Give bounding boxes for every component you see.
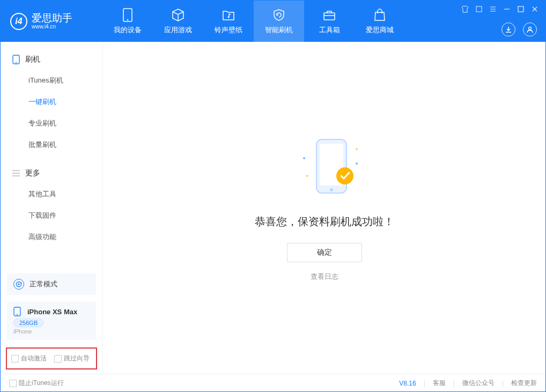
svg-rect-3 xyxy=(324,13,335,20)
status-link-support[interactable]: 客服 xyxy=(433,379,446,388)
section-title: 刷机 xyxy=(25,55,40,64)
sidebar-section-flash: 刷机 iTunes刷机 一键刷机 专业刷机 批量刷机 xyxy=(1,42,102,156)
list-icon xyxy=(12,169,20,177)
svg-point-1 xyxy=(127,19,128,20)
view-log-link[interactable]: 查看日志 xyxy=(311,272,338,282)
app-body: 刷机 iTunes刷机 一键刷机 专业刷机 批量刷机 更多 其他工具 下载固件 … xyxy=(1,42,545,374)
checkbox-skip-guide[interactable]: 跳过向导 xyxy=(54,354,90,363)
svg-point-19 xyxy=(356,162,358,165)
separator: | xyxy=(453,380,455,387)
tab-smart-flash[interactable]: 智能刷机 xyxy=(254,1,304,42)
sidebar-item-batch-flash[interactable]: 批量刷机 xyxy=(1,134,102,156)
device-name-row: iPhone XS Max xyxy=(13,307,90,316)
sidebar-item-other-tools[interactable]: 其他工具 xyxy=(1,183,102,205)
app-subtitle: www.i4.cn xyxy=(32,24,72,29)
mode-icon xyxy=(13,279,24,290)
rect-icon[interactable] xyxy=(475,5,483,13)
checkbox-auto-activate[interactable]: 自动激活 xyxy=(11,354,47,363)
svg-point-11 xyxy=(18,284,20,285)
cube-icon xyxy=(171,8,185,22)
svg-point-2 xyxy=(228,16,230,18)
logo-text: 爱思助手 www.i4.cn xyxy=(32,13,72,30)
tab-label: 应用游戏 xyxy=(164,25,192,35)
highlighted-options-box: 自动激活 跳过向导 xyxy=(6,347,97,369)
sidebar-item-oneclick-flash[interactable]: 一键刷机 xyxy=(1,91,102,113)
success-message: 恭喜您，保资料刷机成功啦！ xyxy=(255,215,394,229)
mode-box[interactable]: 正常模式 xyxy=(7,273,96,295)
tab-label: 工具箱 xyxy=(319,25,340,35)
minimize-button[interactable] xyxy=(503,5,511,13)
svg-point-17 xyxy=(336,167,353,184)
tshirt-icon[interactable] xyxy=(461,5,469,13)
maximize-button[interactable] xyxy=(517,5,525,13)
svg-point-16 xyxy=(330,188,333,191)
svg-rect-4 xyxy=(476,6,482,12)
main-content: 恭喜您，保资料刷机成功啦！ 确定 查看日志 xyxy=(103,42,545,374)
app-header: i4 爱思助手 www.i4.cn 我的设备 应用游戏 铃声壁纸 xyxy=(1,1,545,42)
sidebar-section-head: 刷机 xyxy=(1,49,102,70)
sidebar-section-more: 更多 其他工具 下载固件 高级功能 xyxy=(1,156,102,248)
tab-label: 爱思商城 xyxy=(366,25,394,35)
device-type: iPhone xyxy=(13,328,90,335)
svg-point-13 xyxy=(17,314,18,315)
logo-icon: i4 xyxy=(10,13,27,30)
svg-point-9 xyxy=(16,62,17,63)
status-right: V8.16 | 客服 | 微信公众号 | 检查更新 xyxy=(399,379,537,388)
header-action-buttons xyxy=(501,23,537,36)
app-title: 爱思助手 xyxy=(32,13,72,24)
sidebar: 刷机 iTunes刷机 一键刷机 专业刷机 批量刷机 更多 其他工具 下载固件 … xyxy=(1,42,103,374)
checkbox-label: 跳过向导 xyxy=(64,354,90,363)
ok-button[interactable]: 确定 xyxy=(287,243,362,262)
success-illustration xyxy=(287,134,362,204)
sidebar-item-download-firmware[interactable]: 下载固件 xyxy=(1,205,102,226)
device-storage-badge: 256GB xyxy=(13,319,43,327)
tab-toolbox[interactable]: 工具箱 xyxy=(304,1,355,42)
device-box[interactable]: iPhone XS Max 256GB iPhone xyxy=(7,301,96,340)
status-link-update[interactable]: 检查更新 xyxy=(511,379,537,388)
toolbox-icon xyxy=(322,8,336,22)
sidebar-item-advanced[interactable]: 高级功能 xyxy=(1,226,102,248)
sidebar-item-itunes-flash[interactable]: iTunes刷机 xyxy=(1,70,102,91)
phone-icon xyxy=(13,307,23,316)
sidebar-item-pro-flash[interactable]: 专业刷机 xyxy=(1,113,102,134)
separator: | xyxy=(502,380,504,387)
tab-my-device[interactable]: 我的设备 xyxy=(102,1,153,42)
download-button[interactable] xyxy=(501,23,515,36)
section-title: 更多 xyxy=(25,168,40,178)
svg-point-18 xyxy=(306,175,308,177)
tab-label: 铃声壁纸 xyxy=(215,25,242,35)
tab-label: 我的设备 xyxy=(114,25,142,35)
checkbox-icon xyxy=(11,355,19,363)
refresh-shield-icon xyxy=(272,8,286,22)
logo-area: i4 爱思助手 www.i4.cn xyxy=(1,13,102,30)
separator: | xyxy=(424,380,425,387)
checkbox-icon xyxy=(54,355,62,363)
user-button[interactable] xyxy=(523,23,537,36)
svg-point-7 xyxy=(529,27,532,30)
menu-icon[interactable] xyxy=(489,5,497,13)
tab-ringtones-wallpapers[interactable]: 铃声壁纸 xyxy=(203,1,254,42)
music-folder-icon xyxy=(222,8,235,22)
device-name: iPhone XS Max xyxy=(27,308,77,316)
tab-apps-games[interactable]: 应用游戏 xyxy=(153,1,203,42)
checkbox-block-itunes[interactable]: 阻止iTunes运行 xyxy=(9,379,64,388)
device-icon xyxy=(121,8,135,22)
checkbox-icon xyxy=(9,380,17,387)
tab-store[interactable]: 爱思商城 xyxy=(355,1,405,42)
checkbox-label: 阻止iTunes运行 xyxy=(19,379,64,388)
nav-tabs: 我的设备 应用游戏 铃声壁纸 智能刷机 工具箱 xyxy=(102,1,405,42)
version-label: V8.16 xyxy=(399,380,416,387)
sidebar-section-head: 更多 xyxy=(1,163,102,183)
window-controls xyxy=(461,5,539,13)
mode-label: 正常模式 xyxy=(29,279,57,289)
checkbox-label: 自动激活 xyxy=(21,354,47,363)
bag-icon xyxy=(373,8,387,22)
svg-rect-6 xyxy=(518,6,523,12)
status-link-wechat[interactable]: 微信公众号 xyxy=(462,379,495,388)
tab-label: 智能刷机 xyxy=(265,25,293,35)
status-bar: 阻止iTunes运行 V8.16 | 客服 | 微信公众号 | 检查更新 xyxy=(1,374,545,392)
close-button[interactable] xyxy=(530,5,539,13)
phone-icon xyxy=(12,55,20,64)
